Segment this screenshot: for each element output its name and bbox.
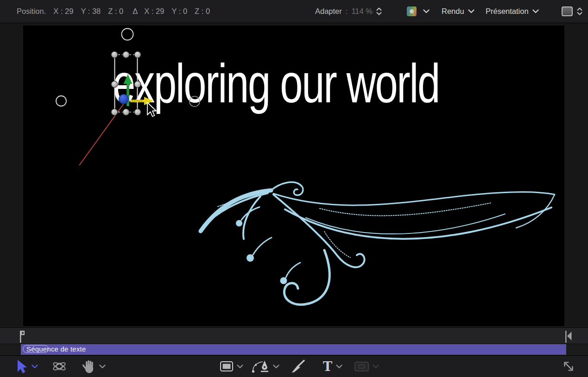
path-control-point[interactable] [190, 96, 200, 107]
readout-x: X : 29 [53, 7, 73, 16]
pen-nib-icon [252, 360, 269, 373]
expand-view-button[interactable] [559, 356, 578, 377]
play-range-end-marker[interactable] [565, 331, 572, 343]
canvas-status-toolbar: Position. X : 29 Y : 38 Z : 0 Δ X : 29 Y… [0, 0, 588, 23]
hand-icon [82, 359, 95, 373]
tool-toolbar: T [0, 355, 588, 377]
path-control-point[interactable] [122, 29, 133, 40]
chevron-down-icon [423, 9, 430, 13]
mini-timeline-ruler[interactable] [0, 327, 588, 344]
text-tool-icon: T [323, 360, 332, 373]
paintbrush-icon [291, 359, 305, 373]
rectangle-tool[interactable] [218, 356, 246, 377]
chevron-down-icon[interactable] [273, 364, 279, 369]
selection-handle[interactable] [123, 109, 129, 115]
mask-rectangle-icon [354, 362, 369, 371]
orbit-3d-icon [51, 359, 67, 373]
chevron-down-icon [532, 9, 539, 13]
readout-dx: X : 29 [144, 7, 164, 16]
zoom-level-control[interactable]: Adapter : 114 % [315, 0, 382, 23]
canvas-overlay [23, 25, 564, 326]
flourish-graphic-object[interactable] [201, 182, 555, 304]
readout-label: Position. [17, 7, 46, 16]
mask-tool-disabled [352, 356, 381, 377]
select-transform-tool[interactable] [13, 356, 42, 377]
selection-handle[interactable] [111, 109, 118, 115]
orbit-3d-transform-tool[interactable] [50, 356, 69, 377]
paintbrush-tool[interactable] [288, 356, 308, 377]
chevron-down-icon [373, 364, 379, 369]
render-menu-label: Rendu [442, 7, 464, 16]
position-readout: Position. X : 29 Y : 38 Z : 0 Δ X : 29 Y… [17, 0, 210, 23]
readout-dz: Z : 0 [195, 7, 210, 16]
motion-path-line[interactable] [79, 101, 126, 165]
play-range-start-marker[interactable] [20, 331, 25, 343]
sequence-bar[interactable]: Séquence de texte [21, 344, 566, 355]
sequence-bar-label: Séquence de texte [26, 345, 86, 353]
select-arrow-icon [17, 359, 28, 373]
path-control-point[interactable] [56, 96, 66, 106]
selection-handle[interactable] [123, 51, 129, 58]
motion-window: Position. X : 29 Y : 38 Z : 0 Δ X : 29 Y… [0, 0, 588, 377]
chevron-down-icon[interactable] [32, 364, 38, 369]
readout-delta-symbol: Δ [133, 7, 138, 16]
chevron-down-icon[interactable] [237, 364, 243, 369]
readout-dy: Y : 0 [171, 7, 187, 16]
selection-handle[interactable] [134, 81, 141, 88]
zoom-separator: : [346, 7, 348, 16]
readout-z: Z : 0 [108, 7, 123, 16]
view-menu[interactable]: Présentation [486, 0, 539, 23]
mouse-cursor [147, 102, 156, 117]
render-channels-menu[interactable] [407, 0, 430, 23]
pan-tool[interactable] [80, 356, 108, 377]
stepper-icon[interactable] [376, 7, 382, 15]
expand-diagonal-icon [562, 360, 575, 373]
chevron-down-icon[interactable] [336, 364, 342, 369]
canvas-area: exploring our world [0, 23, 588, 327]
bezier-tool[interactable] [249, 356, 282, 377]
color-channels-swatch-icon [407, 6, 417, 16]
text-tool[interactable]: T [319, 356, 347, 377]
stepper-icon[interactable] [577, 7, 582, 15]
layout-pane-icon [562, 6, 573, 16]
anchor-point-handle[interactable] [119, 94, 129, 104]
selection-handle[interactable] [134, 109, 141, 115]
render-menu[interactable]: Rendu [442, 0, 474, 23]
canvas-viewport[interactable]: exploring our world [23, 25, 564, 326]
chevron-down-icon[interactable] [99, 364, 106, 369]
zoom-value[interactable]: 114 % [351, 7, 373, 16]
selection-handle[interactable] [111, 51, 118, 58]
mini-timeline-track: Séquence de texte [0, 344, 588, 355]
zoom-label: Adapter [315, 7, 342, 16]
window-layout-control[interactable] [562, 0, 582, 23]
readout-y: Y : 38 [81, 7, 101, 16]
x-axis-arrow[interactable] [130, 97, 153, 105]
selection-handle[interactable] [111, 81, 118, 88]
chevron-down-icon [468, 9, 474, 13]
selection-handle[interactable] [134, 51, 141, 58]
rectangle-shape-icon [220, 361, 233, 371]
view-menu-label: Présentation [486, 7, 529, 16]
